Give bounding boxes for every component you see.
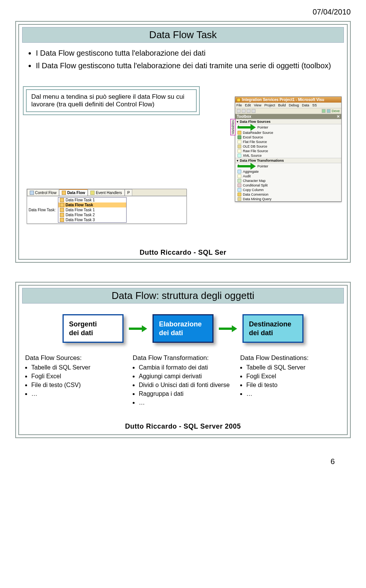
rawfile-icon bbox=[238, 149, 241, 153]
toolbox-item[interactable]: Data Mining Query bbox=[235, 197, 341, 201]
toolbox-item[interactable]: Conditional Split bbox=[235, 183, 341, 188]
toolbar-icon[interactable] bbox=[252, 109, 255, 113]
eventhandlers-icon bbox=[90, 191, 95, 195]
condsplit-icon bbox=[238, 183, 241, 187]
slide-footer: Dutto Riccardo - SQL Server 2005 bbox=[19, 423, 347, 431]
vs-titlebar: Integration Services Project1 - Microsof… bbox=[235, 97, 341, 103]
vs-title-text: Integration Services Project1 - Microsof… bbox=[242, 98, 324, 102]
slide2-title: Data Flow: struttura degli oggetti bbox=[22, 288, 344, 304]
tab-data-flow[interactable]: Data Flow bbox=[59, 189, 88, 196]
vs-side-tab-variables[interactable]: Variables bbox=[230, 119, 236, 135]
vs-menu-item[interactable]: SS bbox=[312, 103, 317, 107]
arrow-icon bbox=[219, 326, 237, 331]
oledb-icon bbox=[238, 145, 241, 148]
vs-menu-item[interactable]: Debug bbox=[289, 103, 299, 107]
dataflow-icon bbox=[62, 191, 66, 195]
dropdown-option[interactable]: Data Flow Task 1 bbox=[58, 207, 126, 212]
toolbox-item[interactable]: Excel Source bbox=[235, 135, 341, 140]
tab-event-handlers[interactable]: Event Handlers bbox=[88, 189, 124, 196]
col-head: Data Flow Sources: bbox=[25, 354, 126, 362]
col-transforms: Data Flow Transformation: Cambia il form… bbox=[133, 354, 233, 408]
vs-menu-bar[interactable]: File Edit View Project Build Debug Data … bbox=[235, 103, 341, 108]
collapse-icon[interactable]: ▾ bbox=[237, 120, 238, 124]
flow-box-transform: Elaborazionedei dati bbox=[152, 314, 214, 343]
dataflow-icon bbox=[60, 208, 64, 212]
col-sources: Data Flow Sources: Tabelle di SQL Server… bbox=[25, 354, 126, 408]
vs-toolbox-screenshot: Variables Integration Services Project1 … bbox=[235, 96, 342, 202]
dropdown-option[interactable]: Data Flow Task 1 bbox=[58, 198, 126, 202]
toolbox-item[interactable]: Data Conversion bbox=[235, 192, 341, 197]
vs-menu-item[interactable]: Build bbox=[278, 103, 286, 107]
col-head: Data Flow Transformation: bbox=[133, 354, 233, 362]
toolbar-icon[interactable] bbox=[242, 109, 246, 113]
toolbar-play-icon[interactable] bbox=[322, 109, 326, 113]
toolbox-item[interactable]: Flat File Source bbox=[235, 140, 341, 144]
col-item: Fogli Excel bbox=[246, 373, 341, 380]
section-label: Data Flow Sources bbox=[240, 120, 271, 124]
slide-1: Data Flow Task I Data Flow gestiscono tu… bbox=[15, 21, 351, 263]
vs-toolbar[interactable]: Deve bbox=[235, 108, 341, 114]
dataflow-icon bbox=[60, 203, 64, 207]
toolbox-item[interactable]: XML Source bbox=[235, 153, 341, 158]
copycol-icon bbox=[238, 188, 241, 192]
flow-box-destination: Destinazionedei dati bbox=[242, 314, 303, 343]
collapse-icon[interactable]: ▾ bbox=[237, 159, 238, 162]
pointer-icon: ↖ bbox=[238, 125, 256, 130]
toolbox-item-pointer[interactable]: ↖Pointer bbox=[235, 163, 341, 169]
vs-menu-item[interactable]: Edit bbox=[245, 103, 251, 107]
datamining-icon bbox=[238, 197, 241, 201]
vs-menu-item[interactable]: Data bbox=[302, 103, 309, 107]
close-icon[interactable]: ✕ bbox=[337, 114, 340, 119]
tab-p[interactable]: P bbox=[125, 189, 133, 196]
vs-menu-item[interactable]: File bbox=[236, 103, 242, 107]
toolbar-icon[interactable] bbox=[327, 109, 331, 113]
toolbox-header[interactable]: Toolbox ✕ bbox=[235, 114, 341, 119]
toolbox-item-pointer[interactable]: ↖Pointer bbox=[235, 124, 341, 130]
section-data-flow-sources[interactable]: ▾ Data Flow Sources bbox=[235, 119, 341, 124]
dropdown-option-selected[interactable]: Data Flow Task bbox=[58, 202, 126, 207]
aggregate-icon bbox=[238, 170, 241, 174]
vs-menu-item[interactable]: Project bbox=[264, 103, 275, 107]
three-columns: Data Flow Sources: Tabelle di SQL Server… bbox=[19, 354, 347, 411]
slide1-title: Data Flow Task bbox=[22, 27, 344, 43]
page-date: 07/04/2010 bbox=[15, 8, 351, 16]
controlflow-icon bbox=[30, 191, 34, 195]
col-item: … bbox=[31, 390, 126, 397]
toolbox-item[interactable]: Copy Column bbox=[235, 188, 341, 192]
col-destinations: Data Flow Destinations: Tabelle di SQL S… bbox=[240, 354, 341, 408]
toolbox-item[interactable]: Character Map bbox=[235, 178, 341, 183]
xml-icon bbox=[238, 154, 241, 157]
dataflow-task-label: Data Flow Task: bbox=[29, 208, 56, 212]
col-item: Tabelle di SQL Server bbox=[31, 364, 126, 371]
toolbar-icon[interactable] bbox=[247, 109, 250, 113]
toolbox-item[interactable]: Aggregate bbox=[235, 169, 341, 174]
tab-control-flow[interactable]: Control Flow bbox=[27, 189, 59, 196]
col-item: … bbox=[139, 399, 233, 406]
toolbox-item[interactable]: Audit bbox=[235, 174, 341, 178]
col-item: Raggruppa i dati bbox=[139, 390, 233, 397]
dropdown-option[interactable]: Data Flow Task 3 bbox=[58, 217, 126, 222]
section-label: Data Flow Transformations bbox=[240, 159, 284, 162]
col-item: Fogli Excel bbox=[31, 373, 126, 380]
slide-2: Data Flow: struttura degli oggetti Sorge… bbox=[15, 282, 351, 438]
col-item: File di testo (CSV) bbox=[31, 382, 126, 389]
toolbox-item[interactable]: DataReader Source bbox=[235, 130, 341, 135]
toolbox-item[interactable]: OLE DB Source bbox=[235, 144, 341, 149]
charmap-icon bbox=[238, 179, 241, 183]
vs-menu-item[interactable]: View bbox=[254, 103, 261, 107]
pointer-icon: ↖ bbox=[238, 164, 256, 169]
col-item: … bbox=[246, 390, 341, 397]
audit-icon bbox=[238, 174, 241, 178]
toolbar-icon[interactable] bbox=[237, 109, 241, 113]
dropdown-option[interactable]: Data Flow Task 2 bbox=[58, 212, 126, 217]
toolbar-label: Deve bbox=[332, 109, 340, 113]
dataflow-icon bbox=[60, 213, 64, 217]
caption-text: Dal menu a tendina si può segliere il da… bbox=[26, 89, 197, 112]
toolbox-item[interactable]: Raw File Source bbox=[235, 149, 341, 153]
designer-tabs[interactable]: Control Flow Data Flow Event Handlers P bbox=[27, 189, 186, 196]
excel-icon bbox=[238, 135, 241, 139]
col-item: File di testo bbox=[246, 382, 341, 389]
dataflow-task-dropdown[interactable]: Data Flow Task 1 Data Flow Task Data Flo… bbox=[58, 197, 127, 223]
caption-box: Dal menu a tendina si può segliere il da… bbox=[23, 86, 200, 115]
section-data-flow-transforms[interactable]: ▾ Data Flow Transformations bbox=[235, 158, 341, 163]
